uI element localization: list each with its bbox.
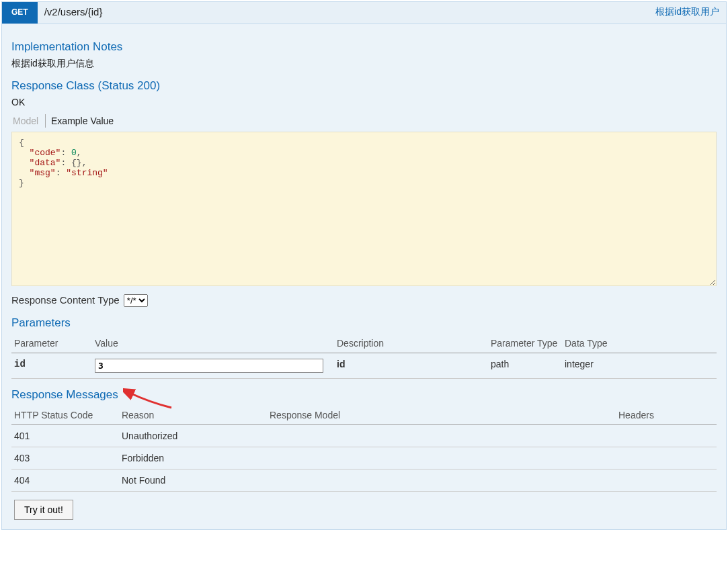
col-parameter: Parameter xyxy=(11,334,92,353)
response-messages-title: Response Messages xyxy=(11,388,717,402)
implementation-notes-text: 根据id获取用户信息 xyxy=(11,58,717,70)
param-description: id xyxy=(334,353,488,379)
table-row: 403Forbidden xyxy=(11,447,717,469)
response-content-type-row: Response Content Type */* xyxy=(11,294,717,307)
parameters-table: Parameter Value Description Parameter Ty… xyxy=(11,334,717,379)
operation-summary: 根据id获取用户 xyxy=(649,2,726,24)
param-name: id xyxy=(11,353,92,379)
response-tabs: Model Example Value xyxy=(11,114,717,128)
status-headers xyxy=(616,425,717,447)
status-reason: Unauthorized xyxy=(119,425,267,447)
status-code: 401 xyxy=(11,425,119,447)
param-value-cell xyxy=(92,353,334,379)
status-headers xyxy=(616,469,717,492)
table-row: ididpathinteger xyxy=(11,353,717,379)
tab-model[interactable]: Model xyxy=(11,114,40,128)
http-method-badge: GET xyxy=(2,2,38,24)
try-it-out-button[interactable]: Try it out! xyxy=(14,500,73,520)
response-content-type-label: Response Content Type xyxy=(11,294,120,306)
operation-panel: GET /v2/users/{id} 根据id获取用户 Implementati… xyxy=(1,1,727,530)
operation-header[interactable]: GET /v2/users/{id} 根据id获取用户 xyxy=(2,2,726,24)
status-reason: Not Found xyxy=(119,469,267,492)
col-value: Value xyxy=(92,334,334,353)
tab-example-value[interactable]: Example Value xyxy=(45,114,115,128)
response-content-type-select[interactable]: */* xyxy=(124,294,148,307)
parameters-title: Parameters xyxy=(11,316,717,330)
operation-path: /v2/users/{id} xyxy=(38,2,649,24)
param-data-type: integer xyxy=(562,353,717,379)
param-value-input[interactable] xyxy=(95,359,323,373)
status-headers xyxy=(616,447,717,469)
status-model xyxy=(267,447,616,469)
col-data-type: Data Type xyxy=(562,334,717,353)
col-response-model: Response Model xyxy=(267,406,616,425)
param-type: path xyxy=(488,353,562,379)
response-class-title: Response Class (Status 200) xyxy=(11,79,717,93)
response-class-status: OK xyxy=(11,97,717,107)
response-messages-table: HTTP Status Code Reason Response Model H… xyxy=(11,406,717,492)
status-code: 404 xyxy=(11,469,119,492)
status-model xyxy=(267,425,616,447)
table-row: 401Unauthorized xyxy=(11,425,717,447)
col-reason: Reason xyxy=(119,406,267,425)
status-reason: Forbidden xyxy=(119,447,267,469)
example-value-box[interactable]: { "code": 0, "data": {}, "msg": "string"… xyxy=(11,132,717,286)
table-row: 404Not Found xyxy=(11,469,717,492)
col-headers: Headers xyxy=(616,406,717,425)
status-code: 403 xyxy=(11,447,119,469)
implementation-notes-title: Implementation Notes xyxy=(11,40,717,54)
col-description: Description xyxy=(334,334,488,353)
status-model xyxy=(267,469,616,492)
col-status-code: HTTP Status Code xyxy=(11,406,119,425)
col-param-type: Parameter Type xyxy=(488,334,562,353)
